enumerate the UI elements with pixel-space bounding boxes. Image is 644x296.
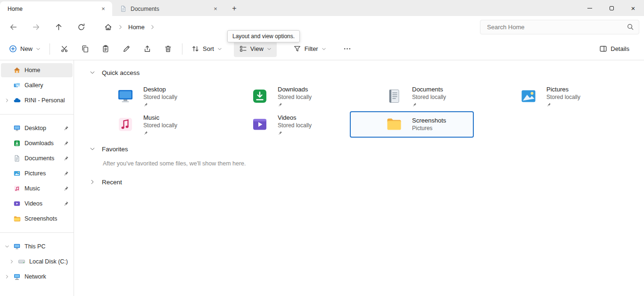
sidebar-item-music[interactable]: Music [1, 181, 73, 196]
refresh-button[interactable] [72, 18, 91, 35]
chevron-right-icon[interactable] [90, 179, 95, 185]
sidebar-item-label: Gallery [25, 82, 43, 89]
documents-icon [13, 155, 21, 162]
sidebar-item-onedrive[interactable]: RINI - Personal [1, 93, 73, 107]
tile-desktop[interactable]: Desktop Stored locally [81, 83, 205, 109]
music-icon [117, 116, 134, 133]
minimize-icon [587, 8, 592, 8]
chevron-down-icon [217, 47, 222, 51]
sidebar-item-label: Music [25, 185, 40, 192]
breadcrumb-root[interactable]: Home [128, 24, 145, 31]
details-button[interactable]: Details [594, 41, 635, 57]
chevron-right-icon[interactable] [6, 255, 18, 269]
close-button[interactable]: × [622, 0, 644, 16]
home-icon[interactable] [101, 20, 115, 34]
item-detail: Stored locally [546, 93, 580, 101]
sidebar-item-screenshots[interactable]: Screenshots [1, 212, 73, 226]
tab-documents[interactable]: Documents × [112, 1, 224, 16]
chevron-down-icon[interactable] [90, 70, 95, 75]
tile-downloads[interactable]: Downloads Stored locally [215, 83, 339, 109]
close-icon: × [631, 4, 636, 12]
search-icon[interactable] [627, 23, 634, 31]
section-favorites[interactable]: Favorites [90, 144, 644, 154]
desktop-icon [117, 88, 134, 105]
chevron-right-icon[interactable] [1, 93, 13, 107]
back-button[interactable] [4, 18, 23, 35]
favorites-empty-message: After you've favorited some files, we'll… [103, 160, 644, 167]
details-pane-icon [599, 45, 607, 53]
sidebar-separator [0, 114, 74, 115]
chevron-down-icon [267, 47, 272, 51]
search-input[interactable] [487, 24, 627, 31]
tab-home[interactable]: Home × [0, 1, 112, 16]
share-button[interactable] [137, 41, 157, 57]
search-box[interactable] [480, 20, 639, 34]
tile-screenshots[interactable]: Screenshots Pictures [350, 111, 474, 138]
item-name: Desktop [143, 86, 177, 93]
new-button[interactable]: New [4, 41, 46, 57]
sidebar-item-home[interactable]: Home [1, 63, 73, 77]
videos-icon [251, 116, 268, 133]
up-button[interactable] [49, 18, 68, 35]
view-label: View [250, 45, 264, 52]
downloads-icon [13, 140, 21, 147]
sidebar-item-label: Desktop [25, 125, 46, 132]
sidebar-item-network[interactable]: Network [1, 270, 73, 284]
sidebar-item-pictures[interactable]: Pictures [1, 166, 73, 181]
sort-button[interactable]: Sort [186, 41, 227, 57]
maximize-button[interactable] [601, 0, 622, 16]
pin-icon [63, 171, 69, 176]
tile-pictures[interactable]: Pictures Stored locally [484, 83, 608, 109]
tile-documents[interactable]: Documents Stored locally [350, 83, 474, 109]
navigation-bar: Home [0, 16, 644, 38]
home-icon [13, 66, 21, 74]
sidebar-item-documents[interactable]: Documents [1, 151, 73, 165]
chevron-right-icon[interactable] [148, 22, 158, 32]
sidebar-item-this-pc[interactable]: This PC [1, 239, 73, 254]
rename-button[interactable] [116, 41, 137, 57]
sidebar-item-downloads[interactable]: Downloads [1, 136, 73, 150]
sidebar-item-label: Network [25, 273, 46, 280]
window-controls: × [579, 0, 644, 16]
tab-close-icon[interactable]: × [211, 5, 220, 13]
item-detail: Stored locally [412, 93, 446, 101]
folder-icon [386, 116, 403, 133]
new-tab-button[interactable]: + [228, 2, 240, 15]
pin-icon [546, 102, 551, 107]
tile-videos[interactable]: Videos Stored locally [215, 111, 339, 138]
item-name: Downloads [278, 86, 312, 93]
sidebar-item-desktop[interactable]: Desktop [1, 121, 73, 135]
paste-button[interactable] [95, 41, 116, 57]
onedrive-cloud-icon [13, 97, 21, 104]
more-options-button[interactable] [337, 41, 358, 57]
section-title: Recent [102, 179, 122, 186]
tile-music[interactable]: Music Stored locally [81, 111, 205, 138]
item-detail: Pictures [412, 124, 446, 132]
cut-button[interactable] [54, 41, 74, 57]
delete-button[interactable] [157, 41, 178, 57]
copy-button[interactable] [74, 41, 95, 57]
chevron-down-icon[interactable] [90, 146, 95, 152]
sidebar-item-label: Home [25, 67, 40, 74]
sidebar-item-gallery[interactable]: Gallery [1, 78, 73, 92]
desktop-icon [13, 124, 21, 132]
sidebar-item-videos[interactable]: Videos [1, 197, 73, 211]
tab-label: Home [8, 6, 99, 12]
filter-button[interactable]: Filter [288, 41, 331, 57]
chevron-right-icon[interactable] [115, 22, 125, 32]
forward-button[interactable] [26, 18, 45, 35]
sort-label: Sort [203, 45, 214, 52]
sort-icon [191, 45, 199, 53]
pin-icon [63, 156, 69, 161]
chevron-down-icon[interactable] [1, 239, 13, 254]
chevron-right-icon[interactable] [1, 270, 13, 284]
tab-close-icon[interactable]: × [99, 5, 107, 13]
view-button[interactable]: View [234, 41, 277, 57]
section-quick-access[interactable]: Quick access [90, 68, 644, 77]
toolbar-separator [50, 43, 50, 55]
section-recent[interactable]: Recent [90, 177, 644, 187]
navigation-pane: Home Gallery RINI - Personal [0, 60, 74, 296]
minimize-button[interactable] [579, 0, 601, 16]
plus-circle-icon [9, 45, 17, 53]
sidebar-item-local-disk-c[interactable]: Local Disk (C:) [1, 255, 73, 269]
